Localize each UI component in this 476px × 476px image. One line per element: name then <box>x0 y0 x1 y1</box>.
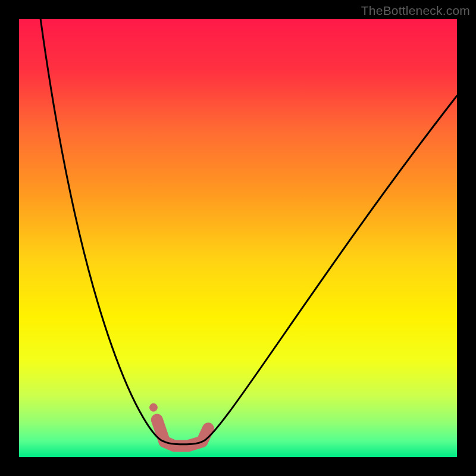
plot-area <box>19 19 457 457</box>
highlight-dot <box>149 403 158 412</box>
watermark-label: TheBottleneck.com <box>361 4 470 18</box>
bottleneck-curve <box>39 19 457 444</box>
curve-layer <box>19 19 457 457</box>
chart-frame: TheBottleneck.com <box>0 0 476 476</box>
